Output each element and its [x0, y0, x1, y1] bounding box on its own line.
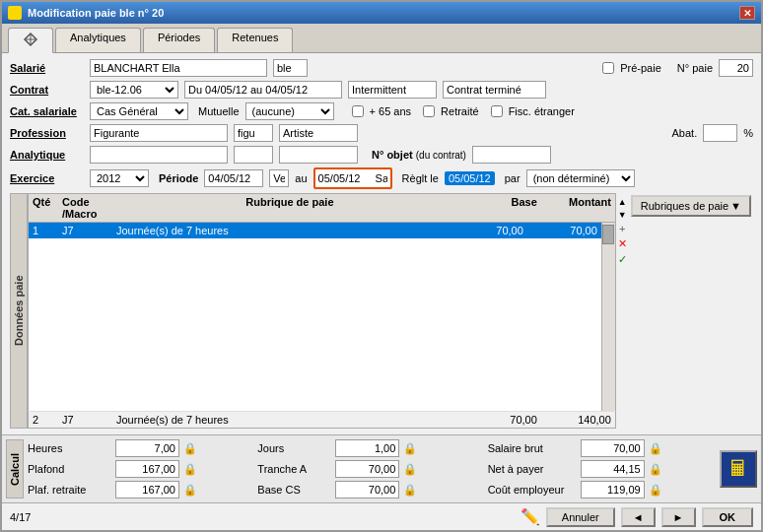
col-base: Base [463, 196, 537, 220]
tab-analytiques[interactable]: Analytiques [55, 28, 141, 52]
plafond-label: Plafond [28, 463, 111, 475]
analytique-extra-input[interactable] [279, 146, 358, 164]
plaf-retraite-input[interactable] [115, 481, 179, 499]
col-qte: Qté [33, 196, 62, 220]
cout-employeur-input[interactable] [581, 481, 645, 499]
periode-label: Période [159, 172, 198, 184]
jours-input[interactable] [335, 439, 399, 457]
contrat-type-input[interactable] [348, 81, 437, 99]
periode-end-input[interactable] [315, 169, 373, 187]
side-controls: ▲ ▼ + ✕ ✓ [616, 193, 629, 429]
pct-label: % [743, 127, 753, 139]
ctrl-down[interactable]: ▼ [618, 210, 627, 220]
plaf-retraite-label: Plaf. retraite [28, 484, 111, 496]
tab-retenues[interactable]: Retenues [217, 28, 293, 52]
salarie-label: Salarié [10, 62, 84, 74]
profession-type-input[interactable] [279, 124, 358, 142]
calculator-icon[interactable]: 🖩 [720, 450, 757, 488]
par-select[interactable]: (non déterminé) [526, 169, 635, 187]
heures-lock: 🔒 [183, 442, 197, 455]
salarie-code-input[interactable] [273, 59, 308, 77]
net-a-payer-row: Net à payer 🔒 [488, 460, 714, 478]
mutuelle-label: Mutuelle [198, 105, 240, 117]
base-cs-label: Base CS [257, 484, 331, 496]
rubriques-button[interactable]: Rubriques de paie ▼ [631, 195, 751, 217]
cout-employeur-label: Coût employeur [488, 484, 577, 496]
tranche-a-row: Tranche A 🔒 [257, 460, 483, 478]
table-row[interactable]: 1 J7 Journée(s) de 7 heures 70,00 70,00 [29, 223, 615, 238]
close-button[interactable]: ✕ [739, 6, 755, 20]
contrat-row: Contrat ble-12.06 [10, 81, 753, 99]
abat-label: Abat. [672, 127, 698, 139]
n-objet-input[interactable] [472, 146, 551, 164]
main-window: Modification paie ble n° 20 ✕ Analytique… [0, 0, 763, 532]
tab-bar: Analytiques Périodes Retenues [2, 24, 761, 53]
net-a-payer-lock: 🔒 [649, 463, 662, 476]
tab-periodes[interactable]: Périodes [143, 28, 215, 52]
ctrl-add[interactable]: + [619, 223, 625, 234]
cout-employeur-lock: 🔒 [649, 484, 662, 497]
table-body: 1 J7 Journée(s) de 7 heures 70,00 70,00 [28, 222, 616, 411]
periode-start-input[interactable] [204, 169, 263, 187]
analytique-row: Analytique N° objet (du contrat) [10, 146, 753, 164]
cat-salariale-row: Cat. salariale Cas Général Mutuelle (auc… [10, 102, 753, 120]
fisc-checkbox[interactable] [491, 105, 503, 117]
exercice-label: Exercice [10, 172, 84, 184]
ctrl-confirm[interactable]: ✓ [618, 253, 627, 266]
dropdown-icon: ▼ [730, 200, 741, 212]
scrollbar[interactable] [601, 223, 615, 411]
periode-start-day-input[interactable] [269, 169, 289, 187]
app-icon [8, 6, 22, 20]
tab-main[interactable] [8, 28, 53, 53]
n-paie-input[interactable] [719, 59, 753, 77]
salarie-row: Salarié Pré-paie N° paie [10, 59, 753, 77]
ctrl-up[interactable]: ▲ [618, 197, 627, 207]
plafond-input[interactable] [115, 460, 179, 478]
analytique-input[interactable] [90, 146, 228, 164]
plafond-lock: 🔒 [183, 463, 197, 476]
tranche-a-lock: 🔒 [403, 463, 417, 476]
next-icon: ► [673, 511, 684, 523]
contrat-select[interactable]: ble-12.06 [90, 81, 178, 99]
salaire-brut-input[interactable] [581, 439, 645, 457]
retraite-checkbox[interactable] [423, 105, 435, 117]
donnees-paie-section: Données paie Qté Code /Macro Rubrique de… [10, 193, 753, 429]
next-button[interactable]: ► [661, 507, 696, 527]
calcul-label: Calcul [6, 439, 24, 499]
ctrl-delete[interactable]: ✕ [618, 237, 627, 250]
mutuelle-select[interactable]: (aucune) [245, 102, 334, 120]
cat-salariale-select[interactable]: Cas Général [90, 102, 188, 120]
salaire-brut-label: Salaire brut [488, 442, 577, 454]
age-label: + 65 ans [370, 105, 412, 117]
annuler-button[interactable]: Annuler [546, 507, 615, 527]
tranche-a-input[interactable] [335, 460, 399, 478]
base-cs-input[interactable] [335, 481, 399, 499]
abat-input[interactable] [703, 124, 737, 142]
fisc-label: Fisc. étranger [509, 105, 575, 117]
salarie-name-input[interactable] [90, 59, 267, 77]
profession-code-input[interactable] [234, 124, 273, 142]
jours-row: Jours 🔒 [257, 439, 483, 457]
tranche-a-label: Tranche A [257, 463, 331, 475]
col-code: Code /Macro [62, 196, 116, 220]
contrat-statut-input[interactable] [443, 81, 546, 99]
heures-input[interactable] [115, 439, 179, 457]
age-checkbox[interactable] [352, 105, 364, 117]
pre-paie-checkbox[interactable] [602, 62, 614, 74]
jours-lock: 🔒 [403, 442, 417, 455]
profession-input[interactable] [90, 124, 228, 142]
scrollbar-thumb[interactable] [602, 225, 614, 244]
reglt-label: Règlt le [402, 172, 439, 184]
prev-button[interactable]: ◄ [621, 507, 656, 527]
retraite-label: Retraité [441, 105, 479, 117]
net-a-payer-input[interactable] [581, 460, 645, 478]
base-cs-row: Base CS 🔒 [257, 481, 483, 499]
periode-end-day-input[interactable] [373, 169, 390, 187]
calcul-grid: Heures 🔒 Plafond 🔒 Plaf. retraite 🔒 [28, 439, 714, 499]
ok-button[interactable]: OK [702, 507, 754, 527]
contrat-periode-input[interactable] [184, 81, 342, 99]
periode-end-highlight [313, 167, 392, 189]
analytique-code-input[interactable] [234, 146, 273, 164]
exercice-select[interactable]: 2012 [90, 169, 149, 187]
donnees-paie-label: Données paie [10, 193, 28, 429]
